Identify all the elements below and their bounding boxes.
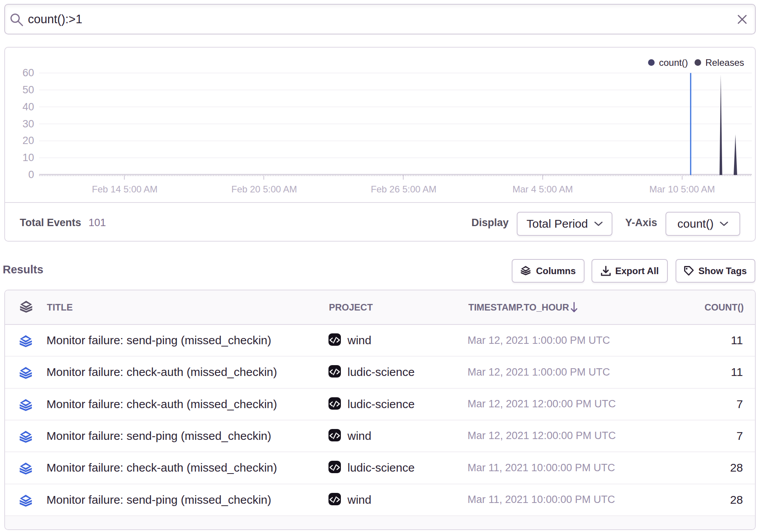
svg-text:Feb 14 5:00 AM: Feb 14 5:00 AM — [92, 184, 157, 194]
svg-text:Mar 10 5:00 AM: Mar 10 5:00 AM — [649, 184, 715, 194]
svg-text:Feb 20 5:00 AM: Feb 20 5:00 AM — [231, 184, 297, 194]
svg-text:30: 30 — [22, 118, 34, 130]
svg-text:0: 0 — [28, 169, 34, 180]
svg-text:Mar 4 5:00 AM: Mar 4 5:00 AM — [512, 184, 573, 194]
svg-text:50: 50 — [22, 84, 34, 96]
svg-text:20: 20 — [22, 135, 34, 146]
svg-text:60: 60 — [22, 67, 34, 79]
svg-text:10: 10 — [22, 152, 34, 163]
svg-text:40: 40 — [22, 101, 34, 113]
svg-text:Feb 26 5:00 AM: Feb 26 5:00 AM — [371, 184, 436, 194]
